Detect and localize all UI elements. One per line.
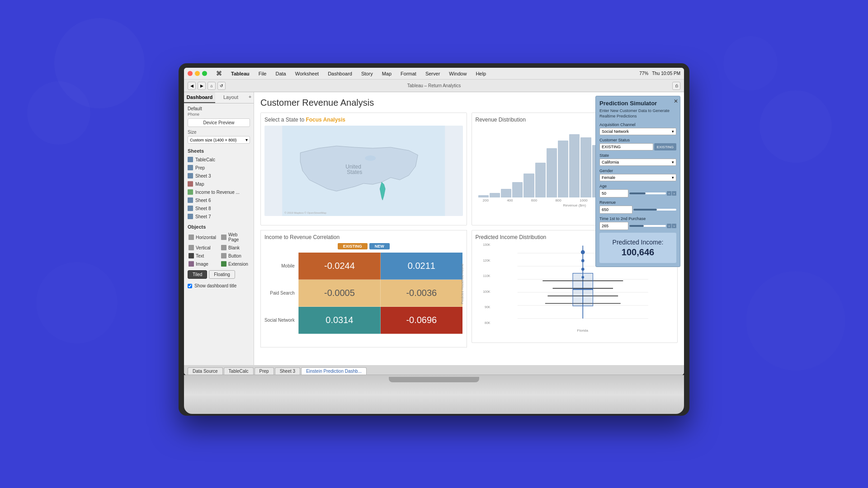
obj-horizontal[interactable]: Horizontal <box>187 231 218 243</box>
main-content: Dashboard Layout + Default Phone Device … <box>184 92 684 365</box>
svg-point-17 <box>581 259 584 263</box>
age-increment[interactable]: › <box>672 191 676 196</box>
age-label: Age <box>599 184 676 188</box>
time-input[interactable]: 265 <box>599 222 628 230</box>
tiled-float-controls: Tiled Floating <box>184 267 254 282</box>
hist-bar-0 <box>478 195 489 197</box>
age-slider[interactable] <box>629 192 666 194</box>
obj-webpage[interactable]: Web Page <box>219 231 251 243</box>
laptop-base <box>184 375 684 414</box>
menu-tableau[interactable]: Tableau <box>229 70 251 77</box>
gender-select[interactable]: Female ▾ <box>599 174 676 181</box>
menu-window[interactable]: Window <box>447 70 468 77</box>
time-label: Time 1st to 2nd Purchase <box>599 216 676 221</box>
back-btn[interactable]: ◀ <box>188 82 196 90</box>
hist-bar-4 <box>524 174 534 197</box>
sheet-item-sheet8[interactable]: Sheet 8 <box>184 204 254 212</box>
corr-cell-mobile-existing: -0.0244 <box>298 253 380 280</box>
age-input[interactable]: 50 <box>599 189 628 197</box>
state-select[interactable]: California ▾ <box>599 159 676 166</box>
prediction-title: Prediction Simulator <box>599 100 676 107</box>
refresh-btn[interactable]: ↺ <box>217 82 226 90</box>
income-y-axis-title: Predicted Household Income <box>460 263 463 304</box>
time-input-row: 265 ‹ › <box>599 222 676 230</box>
forward-btn[interactable]: ▶ <box>198 82 206 90</box>
menu-help[interactable]: Help <box>474 70 488 77</box>
tab-dashboard[interactable]: Dashboard <box>184 92 215 103</box>
show-title-checkbox[interactable] <box>188 284 192 288</box>
bottom-tab-prep[interactable]: Prep <box>255 367 274 375</box>
acq-channel-select[interactable]: Social Network ▾ <box>599 128 676 135</box>
corr-label-mobile: Mobile <box>264 253 298 280</box>
chart-icon <box>188 189 193 195</box>
menu-format[interactable]: Format <box>399 70 418 77</box>
sheet-item-income[interactable]: Income to Revenue ... <box>184 188 254 196</box>
customer-status-label: Customer Status <box>599 138 676 142</box>
hist-bar-6 <box>547 148 557 197</box>
sheet-item-tablecalc[interactable]: TableCalc <box>184 155 254 164</box>
obj-vertical[interactable]: Vertical <box>187 244 218 251</box>
prediction-simulator-panel: ✕ Prediction Simulator Enter New Custome… <box>595 96 680 267</box>
menu-worksheet[interactable]: Worksheet <box>293 70 321 77</box>
menu-data[interactable]: Data <box>274 70 288 77</box>
battery-level: 77% <box>639 71 648 76</box>
state-label: State <box>599 153 676 158</box>
svg-text:States: States <box>347 169 362 175</box>
home-btn[interactable]: ⌂ <box>208 82 216 90</box>
revenue-slider[interactable] <box>633 209 676 211</box>
sheet-item-map[interactable]: Map <box>184 180 254 188</box>
sidebar-tabs: Dashboard Layout + <box>184 92 254 103</box>
revenue-input[interactable]: 650 <box>599 206 632 214</box>
income-y-axis: 130K 120K 110K 100K 90K 80K <box>476 243 492 324</box>
menu-server[interactable]: Server <box>424 70 442 77</box>
obj-blank[interactable]: Blank <box>219 244 251 251</box>
share-btn[interactable]: ⎙ <box>672 82 680 90</box>
us-map[interactable]: United States © 2019 Mapbox © OpenStreet… <box>264 126 463 216</box>
dropdown-arrow-state: ▾ <box>672 160 674 164</box>
tab-plus[interactable]: + <box>246 92 254 103</box>
time-decrement[interactable]: ‹ <box>667 224 671 228</box>
map-icon <box>188 181 193 187</box>
time-slider[interactable] <box>629 225 666 227</box>
obj-image[interactable]: Image <box>187 260 218 267</box>
sheet-item-prep[interactable]: Prep <box>184 164 254 172</box>
bottom-tab-datasource[interactable]: Data Source <box>188 367 223 375</box>
state-value: California <box>602 160 619 164</box>
bottom-tab-einstein[interactable]: Einstein Prediction Dashb... <box>301 367 367 375</box>
obj-button[interactable]: Button <box>219 252 251 259</box>
customer-status-btn[interactable]: EXISTING <box>654 143 676 150</box>
tab-layout[interactable]: Layout <box>215 92 246 103</box>
bottom-tab-sheet3[interactable]: Sheet 3 <box>275 367 300 375</box>
bottom-tab-tablecalc[interactable]: TableCalc <box>224 367 254 375</box>
horizontal-icon <box>189 235 194 240</box>
sheet-item-sheet7[interactable]: Sheet 7 <box>184 212 254 221</box>
menu-story[interactable]: Story <box>359 70 375 77</box>
size-select[interactable]: Custom size (1400 × 800) ▾ <box>188 136 250 144</box>
tiled-btn[interactable]: Tiled <box>188 270 207 279</box>
floating-btn[interactable]: Floating <box>209 270 235 279</box>
correlation-table: Mobile -0.0244 0.0211 Paid Search -0.000… <box>264 252 463 334</box>
sheet-item-sheet3[interactable]: Sheet 3 <box>184 172 254 180</box>
customer-status-row: EXISTING EXISTING <box>599 143 676 150</box>
minimize-button[interactable] <box>195 71 200 76</box>
customer-status-select[interactable]: EXISTING <box>599 143 653 150</box>
menu-file[interactable]: File <box>257 70 269 77</box>
device-preview-btn[interactable]: Device Preview <box>188 118 250 127</box>
corr-cell-social-new: -0.0696 <box>381 307 462 334</box>
menu-dashboard[interactable]: Dashboard <box>326 70 354 77</box>
sidebar: Dashboard Layout + Default Phone Device … <box>184 92 254 365</box>
corr-label-paid: Paid Search <box>264 280 298 307</box>
time-increment[interactable]: › <box>672 224 676 228</box>
sheet-name-map: Map <box>195 182 204 187</box>
sheet-item-sheet6[interactable]: Sheet 6 <box>184 196 254 204</box>
corr-cell-mobile-new: 0.0211 <box>381 253 462 280</box>
grid-icon <box>188 165 193 170</box>
obj-extension[interactable]: Extension <box>219 260 251 267</box>
prediction-close-btn[interactable]: ✕ <box>674 98 678 104</box>
sheet-name-sheet3: Sheet 3 <box>195 174 211 178</box>
menu-map[interactable]: Map <box>380 70 393 77</box>
obj-text[interactable]: Text <box>187 252 218 259</box>
close-button[interactable] <box>188 71 193 76</box>
age-decrement[interactable]: ‹ <box>667 191 671 196</box>
maximize-button[interactable] <box>202 71 207 76</box>
